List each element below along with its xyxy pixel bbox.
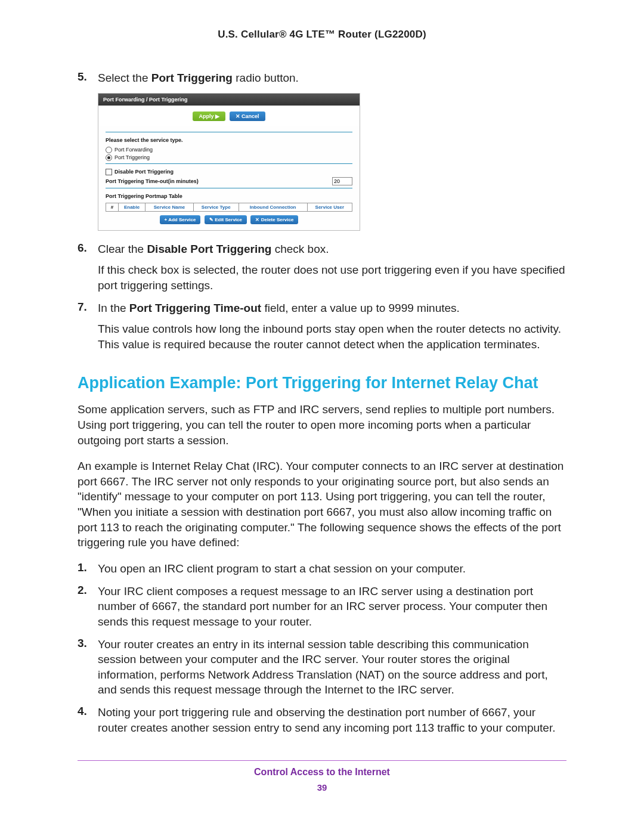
step-number: 7. [78,301,98,314]
footer-section: Control Access to the Internet [78,767,566,778]
step-5: 5. Select the Port Triggering radio butt… [78,70,566,231]
step-text: Clear the [98,243,147,255]
th-service-type: Service Type [193,203,239,211]
th-enable: Enable [119,203,145,211]
step-subtext: This value controls how long the inbound… [98,321,566,352]
apply-button[interactable]: Apply ▶ [193,112,225,121]
list-item: 3. Your router creates an entry in its i… [78,637,566,698]
step-text: radio button. [233,72,299,84]
list-item: 1. You open an IRC client program to sta… [78,561,566,577]
step-text: field, enter a value up to 9999 minutes. [261,302,460,314]
step-7: 7. In the Port Triggering Time-out field… [78,301,566,352]
timeout-row: Port Triggering Time-out(in minutes) [106,177,352,185]
step-bold: Disable Port Triggering [147,243,271,255]
timeout-label: Port Triggering Time-out(in minutes) [106,178,199,184]
step-6: 6. Clear the Disable Port Triggering che… [78,241,566,293]
item-text: You open an IRC client program to start … [98,561,566,577]
radio-label: Port Forwarding [114,147,153,153]
checkbox-icon [106,169,112,175]
table-header-row: # Enable Service Name Service Type Inbou… [106,203,352,211]
item-number: 4. [78,705,98,718]
delete-service-button[interactable]: ✕ Delete Service [250,215,298,224]
step-text: Select the [98,72,151,84]
service-type-heading: Please select the service type. [106,137,352,143]
radio-port-forwarding[interactable]: Port Forwarding [106,147,352,153]
th-index: # [106,203,119,211]
footer-page-number: 39 [78,782,566,792]
radio-icon [106,147,112,153]
list-item: 4. Noting your port triggering rule and … [78,705,566,735]
step-number: 6. [78,241,98,255]
step-bold: Port Triggering Time-out [129,302,261,314]
add-service-button[interactable]: + Add Service [160,215,201,224]
item-number: 1. [78,561,98,574]
item-text: Your router creates an entry in its inte… [98,637,566,698]
item-text: Noting your port triggering rule and obs… [98,705,566,735]
radio-label: Port Triggering [114,154,150,160]
portmap-heading: Port Triggering Portmap Table [106,193,352,199]
checkbox-label: Disable Port Triggering [114,169,174,175]
step-text: check box. [271,243,329,255]
th-service-name: Service Name [145,203,194,211]
section-heading: Application Example: Port Triggering for… [78,373,566,394]
timeout-input[interactable] [332,177,352,185]
item-text: Your IRC client composes a request messa… [98,584,566,630]
step-bold: Port Triggering [151,72,233,84]
list-item: 2. Your IRC client composes a request me… [78,584,566,630]
step-subtext: If this check box is selected, the route… [98,262,566,293]
page-header: U.S. Cellular® 4G LTE™ Router (LG2200D) [78,29,566,41]
paragraph: An example is Internet Relay Chat (IRC).… [78,459,566,550]
document-page: U.S. Cellular® 4G LTE™ Router (LG2200D) … [0,0,644,833]
portmap-table: # Enable Service Name Service Type Inbou… [106,203,352,212]
router-ui-screenshot: Port Forwarding / Port Triggering Apply … [98,93,360,231]
paragraph: Some application servers, such as FTP an… [78,402,566,448]
button-bar: Apply ▶ ✕ Cancel [98,106,360,126]
panel-title: Port Forwarding / Port Triggering [98,94,360,106]
instruction-list: 5. Select the Port Triggering radio butt… [78,70,566,352]
edit-service-button[interactable]: ✎ Edit Service [205,215,247,224]
item-number: 3. [78,637,98,650]
cancel-button[interactable]: ✕ Cancel [230,112,265,121]
th-service-user: Service User [307,203,352,211]
numbered-list: 1. You open an IRC client program to sta… [78,561,566,735]
radio-port-triggering[interactable]: Port Triggering [106,154,352,161]
panel-body: Please select the service type. Port For… [98,126,360,230]
footer-rule [78,760,566,761]
table-actions: + Add Service ✎ Edit Service ✕ Delete Se… [106,212,352,224]
step-number: 5. [78,70,98,83]
th-inbound: Inbound Connection [239,203,307,211]
radio-icon [106,154,112,161]
item-number: 2. [78,584,98,597]
step-text: In the [98,302,129,314]
disable-checkbox[interactable]: Disable Port Triggering [106,169,352,175]
